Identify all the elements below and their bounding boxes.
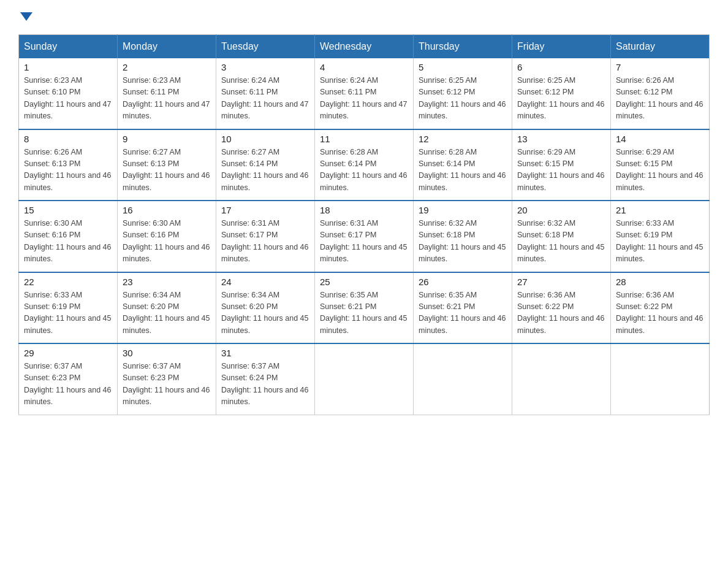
- calendar-header-row: SundayMondayTuesdayWednesdayThursdayFrid…: [19, 35, 710, 59]
- calendar-day-cell: 7 Sunrise: 6:26 AMSunset: 6:12 PMDayligh…: [611, 58, 710, 129]
- day-number: 8: [24, 134, 112, 144]
- page-header: [18, 12, 710, 22]
- day-number: 19: [419, 205, 507, 215]
- calendar-day-cell: 13 Sunrise: 6:29 AMSunset: 6:15 PMDaylig…: [512, 129, 611, 201]
- calendar-day-cell: 21 Sunrise: 6:33 AMSunset: 6:19 PMDaylig…: [611, 201, 710, 272]
- weekday-header: Tuesday: [216, 35, 315, 59]
- calendar-day-cell: 31 Sunrise: 6:37 AMSunset: 6:24 PMDaylig…: [216, 343, 315, 415]
- day-info: Sunrise: 6:34 AMSunset: 6:20 PMDaylight:…: [123, 289, 211, 337]
- day-number: 15: [24, 205, 112, 215]
- day-number: 30: [123, 348, 211, 358]
- day-number: 10: [221, 134, 309, 144]
- calendar-day-cell: 2 Sunrise: 6:23 AMSunset: 6:11 PMDayligh…: [118, 58, 216, 129]
- day-info: Sunrise: 6:34 AMSunset: 6:20 PMDaylight:…: [221, 289, 309, 337]
- calendar-day-cell: 6 Sunrise: 6:25 AMSunset: 6:12 PMDayligh…: [512, 58, 611, 129]
- day-number: 29: [24, 348, 112, 358]
- weekday-header: Friday: [512, 35, 611, 59]
- day-info: Sunrise: 6:37 AMSunset: 6:23 PMDaylight:…: [24, 361, 112, 408]
- logo-text: [18, 12, 32, 21]
- day-info: Sunrise: 6:32 AMSunset: 6:18 PMDaylight:…: [419, 218, 507, 266]
- day-info: Sunrise: 6:25 AMSunset: 6:12 PMDaylight:…: [517, 75, 605, 123]
- calendar-day-cell: 11 Sunrise: 6:28 AMSunset: 6:14 PMDaylig…: [315, 129, 414, 201]
- day-info: Sunrise: 6:30 AMSunset: 6:16 PMDaylight:…: [123, 218, 211, 266]
- calendar-day-cell: [315, 343, 414, 415]
- day-info: Sunrise: 6:25 AMSunset: 6:12 PMDaylight:…: [419, 75, 507, 123]
- calendar-day-cell: 26 Sunrise: 6:35 AMSunset: 6:21 PMDaylig…: [414, 272, 512, 344]
- calendar-day-cell: 22 Sunrise: 6:33 AMSunset: 6:19 PMDaylig…: [19, 272, 118, 344]
- day-number: 22: [24, 277, 112, 287]
- calendar-day-cell: 17 Sunrise: 6:31 AMSunset: 6:17 PMDaylig…: [216, 201, 315, 272]
- calendar-day-cell: 25 Sunrise: 6:35 AMSunset: 6:21 PMDaylig…: [315, 272, 414, 344]
- calendar-day-cell: 24 Sunrise: 6:34 AMSunset: 6:20 PMDaylig…: [216, 272, 315, 344]
- day-number: 25: [320, 277, 408, 287]
- calendar-day-cell: 8 Sunrise: 6:26 AMSunset: 6:13 PMDayligh…: [19, 129, 118, 201]
- logo: [18, 12, 32, 22]
- day-info: Sunrise: 6:33 AMSunset: 6:19 PMDaylight:…: [616, 218, 704, 266]
- day-number: 24: [221, 277, 309, 287]
- day-number: 1: [24, 62, 112, 72]
- day-number: 9: [123, 134, 211, 144]
- day-number: 18: [320, 205, 408, 215]
- calendar-week-row: 1 Sunrise: 6:23 AMSunset: 6:10 PMDayligh…: [19, 58, 710, 129]
- calendar-day-cell: [512, 343, 611, 415]
- calendar-table: SundayMondayTuesdayWednesdayThursdayFrid…: [18, 34, 710, 415]
- calendar-day-cell: 12 Sunrise: 6:28 AMSunset: 6:14 PMDaylig…: [414, 129, 512, 201]
- day-number: 2: [123, 62, 211, 72]
- day-info: Sunrise: 6:31 AMSunset: 6:17 PMDaylight:…: [221, 218, 309, 266]
- calendar-day-cell: 29 Sunrise: 6:37 AMSunset: 6:23 PMDaylig…: [19, 343, 118, 415]
- day-number: 20: [517, 205, 605, 215]
- calendar-day-cell: 27 Sunrise: 6:36 AMSunset: 6:22 PMDaylig…: [512, 272, 611, 344]
- day-number: 13: [517, 134, 605, 144]
- calendar-day-cell: 5 Sunrise: 6:25 AMSunset: 6:12 PMDayligh…: [414, 58, 512, 129]
- weekday-header: Saturday: [611, 35, 710, 59]
- day-number: 23: [123, 277, 211, 287]
- day-number: 27: [517, 277, 605, 287]
- calendar-week-row: 29 Sunrise: 6:37 AMSunset: 6:23 PMDaylig…: [19, 343, 710, 415]
- calendar-week-row: 15 Sunrise: 6:30 AMSunset: 6:16 PMDaylig…: [19, 201, 710, 272]
- day-number: 11: [320, 134, 408, 144]
- day-number: 21: [616, 205, 704, 215]
- day-info: Sunrise: 6:30 AMSunset: 6:16 PMDaylight:…: [24, 218, 112, 266]
- day-info: Sunrise: 6:23 AMSunset: 6:11 PMDaylight:…: [123, 75, 211, 123]
- logo-arrow-icon: [20, 12, 32, 21]
- day-info: Sunrise: 6:26 AMSunset: 6:12 PMDaylight:…: [616, 75, 704, 123]
- calendar-day-cell: 9 Sunrise: 6:27 AMSunset: 6:13 PMDayligh…: [118, 129, 216, 201]
- day-info: Sunrise: 6:36 AMSunset: 6:22 PMDaylight:…: [616, 289, 704, 337]
- day-number: 26: [419, 277, 507, 287]
- day-info: Sunrise: 6:33 AMSunset: 6:19 PMDaylight:…: [24, 289, 112, 337]
- calendar-day-cell: 14 Sunrise: 6:29 AMSunset: 6:15 PMDaylig…: [611, 129, 710, 201]
- day-info: Sunrise: 6:28 AMSunset: 6:14 PMDaylight:…: [419, 147, 507, 194]
- weekday-header: Monday: [118, 35, 216, 59]
- day-number: 14: [616, 134, 704, 144]
- day-info: Sunrise: 6:28 AMSunset: 6:14 PMDaylight:…: [320, 147, 408, 194]
- day-info: Sunrise: 6:35 AMSunset: 6:21 PMDaylight:…: [320, 289, 408, 337]
- calendar-week-row: 8 Sunrise: 6:26 AMSunset: 6:13 PMDayligh…: [19, 129, 710, 201]
- calendar-day-cell: 18 Sunrise: 6:31 AMSunset: 6:17 PMDaylig…: [315, 201, 414, 272]
- calendar-day-cell: 28 Sunrise: 6:36 AMSunset: 6:22 PMDaylig…: [611, 272, 710, 344]
- calendar-day-cell: 20 Sunrise: 6:32 AMSunset: 6:18 PMDaylig…: [512, 201, 611, 272]
- day-info: Sunrise: 6:37 AMSunset: 6:24 PMDaylight:…: [221, 361, 309, 408]
- calendar-day-cell: 19 Sunrise: 6:32 AMSunset: 6:18 PMDaylig…: [414, 201, 512, 272]
- calendar-day-cell: 15 Sunrise: 6:30 AMSunset: 6:16 PMDaylig…: [19, 201, 118, 272]
- day-info: Sunrise: 6:29 AMSunset: 6:15 PMDaylight:…: [517, 147, 605, 194]
- day-info: Sunrise: 6:32 AMSunset: 6:18 PMDaylight:…: [517, 218, 605, 266]
- day-number: 16: [123, 205, 211, 215]
- calendar-day-cell: 1 Sunrise: 6:23 AMSunset: 6:10 PMDayligh…: [19, 58, 118, 129]
- day-info: Sunrise: 6:24 AMSunset: 6:11 PMDaylight:…: [221, 75, 309, 123]
- day-info: Sunrise: 6:35 AMSunset: 6:21 PMDaylight:…: [419, 289, 507, 337]
- calendar-day-cell: 3 Sunrise: 6:24 AMSunset: 6:11 PMDayligh…: [216, 58, 315, 129]
- calendar-day-cell: 23 Sunrise: 6:34 AMSunset: 6:20 PMDaylig…: [118, 272, 216, 344]
- day-number: 3: [221, 62, 309, 72]
- calendar-week-row: 22 Sunrise: 6:33 AMSunset: 6:19 PMDaylig…: [19, 272, 710, 344]
- day-info: Sunrise: 6:27 AMSunset: 6:14 PMDaylight:…: [221, 147, 309, 194]
- day-info: Sunrise: 6:36 AMSunset: 6:22 PMDaylight:…: [517, 289, 605, 337]
- day-info: Sunrise: 6:27 AMSunset: 6:13 PMDaylight:…: [123, 147, 211, 194]
- day-number: 6: [517, 62, 605, 72]
- day-number: 4: [320, 62, 408, 72]
- weekday-header: Sunday: [19, 35, 118, 59]
- day-info: Sunrise: 6:37 AMSunset: 6:23 PMDaylight:…: [123, 361, 211, 408]
- day-number: 17: [221, 205, 309, 215]
- calendar-day-cell: 16 Sunrise: 6:30 AMSunset: 6:16 PMDaylig…: [118, 201, 216, 272]
- day-info: Sunrise: 6:26 AMSunset: 6:13 PMDaylight:…: [24, 147, 112, 194]
- day-number: 28: [616, 277, 704, 287]
